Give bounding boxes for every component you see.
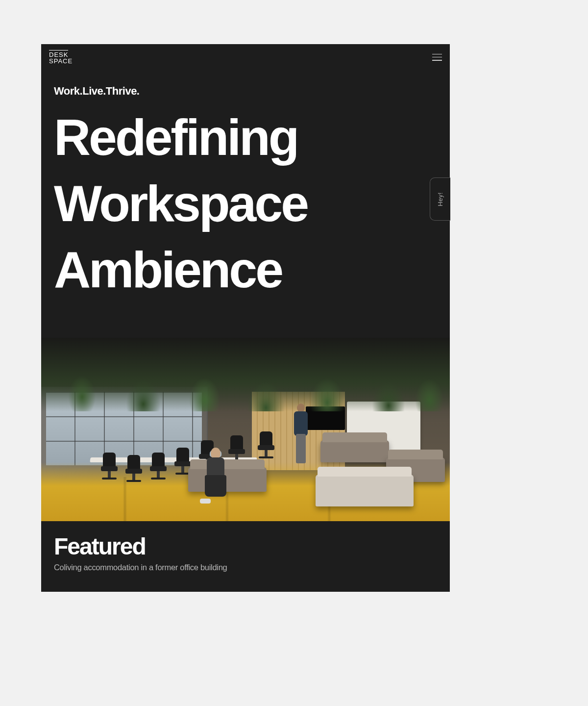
chat-tab-label: Hey!: [437, 192, 444, 206]
hero-headline: Redefining Workspace Ambience: [54, 104, 437, 303]
hero-image: [41, 338, 450, 521]
hero-tagline: Work.Live.Thrive.: [54, 85, 437, 98]
site-header: DESK SPACE: [41, 44, 450, 64]
featured-title: Featured: [54, 533, 437, 560]
brand-logo[interactable]: DESK SPACE: [49, 50, 73, 64]
hero-section: Work.Live.Thrive. Redefining Workspace A…: [41, 64, 450, 338]
featured-subtitle: Coliving accommodation in a former offic…: [54, 563, 437, 572]
page-container: DESK SPACE Work.Live.Thrive. Redefining …: [41, 44, 450, 592]
brand-logo-line1: DESK: [49, 50, 68, 58]
brand-logo-line2: SPACE: [49, 57, 73, 65]
chat-tab[interactable]: Hey!: [430, 177, 450, 221]
featured-section: Featured Coliving accommodation in a for…: [41, 521, 450, 592]
menu-icon[interactable]: [432, 54, 442, 61]
